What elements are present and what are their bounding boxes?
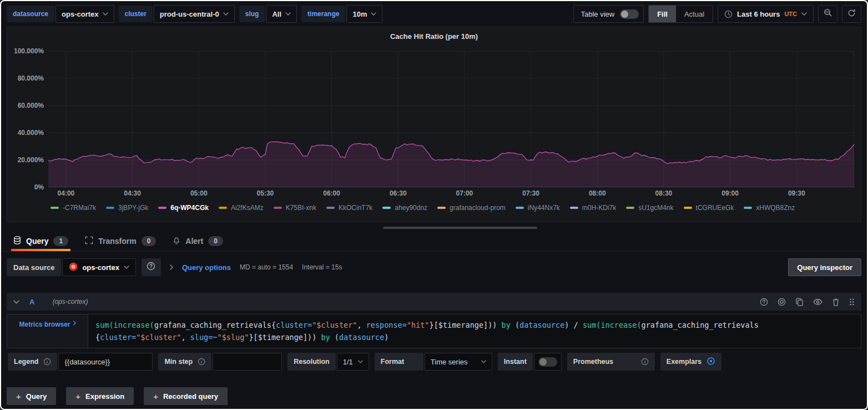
chevron-down-icon bbox=[223, 12, 229, 16]
variable-slug-dropdown[interactable]: All bbox=[266, 5, 297, 23]
x-axis-row: 04:0004:3005:0005:3006:0006:3007:0007:30… bbox=[12, 189, 854, 199]
info-icon[interactable] bbox=[198, 358, 205, 366]
chevron-right-icon bbox=[73, 321, 76, 326]
tab-alert-label: Alert bbox=[185, 237, 203, 246]
legend-item[interactable]: iNy44Nx7k bbox=[516, 204, 560, 212]
legend-item[interactable]: tCGRUEeGk bbox=[684, 204, 734, 212]
legend-series-name: m0H-KDi7k bbox=[582, 204, 616, 212]
resolution-select[interactable]: 1/1 bbox=[337, 353, 369, 371]
variable-timerange-dropdown[interactable]: 10m bbox=[346, 5, 382, 23]
plus-icon: + bbox=[16, 392, 21, 401]
help-icon[interactable] bbox=[760, 298, 768, 306]
legend-item[interactable]: m0H-KDi7k bbox=[570, 204, 616, 212]
legend-item[interactable]: 3jBPY-jGk bbox=[106, 204, 148, 212]
exemplars-toggle-icon[interactable] bbox=[706, 357, 715, 367]
legend-series-name: grafanacloud-prom bbox=[450, 204, 506, 212]
legend-series-name: -C7RMai7k bbox=[63, 204, 96, 212]
query-options-link[interactable]: Query options bbox=[182, 263, 231, 272]
timezone-label: UTC bbox=[784, 11, 797, 17]
bell-icon bbox=[173, 236, 180, 246]
tab-query-label: Query bbox=[26, 237, 48, 246]
plus-icon: + bbox=[75, 392, 80, 401]
plot-area[interactable] bbox=[48, 51, 854, 187]
chart-panel: Cache Hit Ratio (per 10m) 0%20.000%40.00… bbox=[7, 27, 861, 222]
disable-query-icon[interactable] bbox=[778, 298, 786, 306]
x-tick-label: 04:00 bbox=[58, 189, 75, 197]
min-step-input[interactable] bbox=[213, 353, 282, 371]
promql-code-line: {cluster="$cluster", slug=~"$slug"}[$tim… bbox=[95, 331, 854, 343]
tab-transform-label: Transform bbox=[98, 237, 136, 246]
info-icon[interactable] bbox=[641, 358, 649, 366]
legend-item[interactable]: grafanacloud-prom bbox=[437, 204, 506, 212]
plus-icon: + bbox=[153, 392, 158, 401]
legend-series-name: ahey90dnz bbox=[395, 204, 427, 212]
instant-toggle[interactable] bbox=[538, 357, 557, 367]
variable-timerange: timerange 10m bbox=[301, 5, 382, 23]
duplicate-query-icon[interactable] bbox=[795, 298, 804, 306]
actual-button[interactable]: Actual bbox=[676, 6, 713, 22]
variable-cluster: cluster prod-us-central-0 bbox=[119, 5, 235, 23]
legend-swatch bbox=[626, 207, 634, 209]
variable-datasource-dropdown[interactable]: ops-cortex bbox=[55, 5, 114, 23]
zoom-out-button[interactable] bbox=[818, 5, 837, 23]
query-options-bar: Legend Min step Resolution 1/1 bbox=[7, 353, 861, 371]
tab-transform[interactable]: Transform 0 bbox=[85, 231, 156, 251]
legend-item[interactable]: ahey90dnz bbox=[382, 204, 427, 212]
query-editor-card: A (ops-cortex) Metrics browser sum(incre… bbox=[7, 293, 861, 371]
x-tick-label: 08:00 bbox=[589, 189, 606, 197]
variable-datasource: datasource ops-cortex bbox=[7, 5, 114, 23]
info-icon[interactable] bbox=[43, 358, 51, 366]
legend-format-input[interactable] bbox=[58, 353, 153, 371]
legend-item[interactable]: K75BI-xnk bbox=[274, 204, 316, 212]
legend-series-name: sU1gcM4nk bbox=[638, 204, 673, 212]
add-expression-button[interactable]: + Expression bbox=[66, 387, 134, 405]
time-range-picker[interactable]: Last 6 hours UTC bbox=[718, 5, 814, 23]
add-recorded-query-button[interactable]: + Recorded query bbox=[144, 387, 228, 405]
collapse-chevron-icon[interactable] bbox=[13, 300, 19, 304]
legend-series-name: K75BI-xnk bbox=[286, 204, 316, 212]
grafana-panel-editor: datasource ops-cortex cluster prod-us-ce… bbox=[0, 0, 868, 410]
format-select[interactable]: Time series bbox=[425, 353, 492, 371]
legend-item[interactable]: 6q-WP4CGk bbox=[158, 204, 209, 212]
refresh-button[interactable] bbox=[842, 5, 861, 23]
legend-swatch bbox=[437, 207, 446, 209]
exemplars-option-label: Exemplars bbox=[660, 353, 721, 371]
query-row-header[interactable]: A (ops-cortex) bbox=[7, 293, 861, 311]
legend-item[interactable]: Ai2fKsAMz bbox=[219, 204, 264, 212]
legend-item[interactable]: sU1gcM4nk bbox=[626, 204, 673, 212]
footer-actions: + Query + Expression + Recorded query bbox=[7, 387, 861, 405]
legend-item[interactable]: KkOCinT7k bbox=[326, 204, 372, 212]
variable-datasource-label: datasource bbox=[7, 6, 54, 22]
x-tick-label: 08:30 bbox=[655, 189, 673, 197]
cortex-datasource-logo bbox=[69, 262, 78, 273]
datasource-help-button[interactable] bbox=[142, 258, 161, 276]
y-tick-label: 100.000% bbox=[14, 47, 44, 55]
promql-expression-input[interactable]: sum(increase(grafana_caching_retrievals{… bbox=[88, 314, 861, 348]
min-step-option-label: Min step bbox=[158, 353, 211, 371]
legend-item[interactable]: xHWQB8Znz bbox=[744, 204, 795, 212]
table-view-toggle[interactable] bbox=[620, 9, 639, 19]
legend-swatch bbox=[684, 207, 692, 209]
add-query-button[interactable]: + Query bbox=[7, 387, 56, 405]
query-inspector-button[interactable]: Query inspector bbox=[788, 258, 861, 276]
datasource-picker[interactable]: ops-cortex bbox=[62, 258, 135, 276]
tab-query[interactable]: Query 1 bbox=[13, 231, 68, 251]
chevron-down-icon bbox=[481, 360, 486, 363]
query-options-group[interactable]: Query options MD = auto = 1554 Interval … bbox=[170, 263, 342, 272]
legend-swatch bbox=[51, 207, 59, 209]
instant-option-label: Instant bbox=[498, 353, 533, 371]
variable-cluster-dropdown[interactable]: prod-us-central-0 bbox=[154, 5, 235, 23]
table-view-label: Table view bbox=[581, 10, 614, 18]
horizontal-scrollbar[interactable] bbox=[383, 227, 537, 229]
drag-handle-icon[interactable] bbox=[849, 298, 855, 306]
chevron-down-icon bbox=[103, 12, 108, 16]
fill-button[interactable]: Fill bbox=[649, 6, 676, 22]
tab-alert[interactable]: Alert 0 bbox=[173, 231, 223, 251]
metrics-browser-button[interactable]: Metrics browser bbox=[7, 314, 88, 348]
tab-query-badge: 1 bbox=[53, 236, 68, 246]
x-tick-label: 06:30 bbox=[390, 189, 407, 197]
hide-response-eye-icon[interactable] bbox=[813, 298, 822, 306]
legend-item[interactable]: -C7RMai7k bbox=[51, 204, 96, 212]
promql-code-line: sum(increase(grafana_caching_retrievals{… bbox=[95, 319, 854, 331]
delete-query-trash-icon[interactable] bbox=[832, 298, 840, 306]
